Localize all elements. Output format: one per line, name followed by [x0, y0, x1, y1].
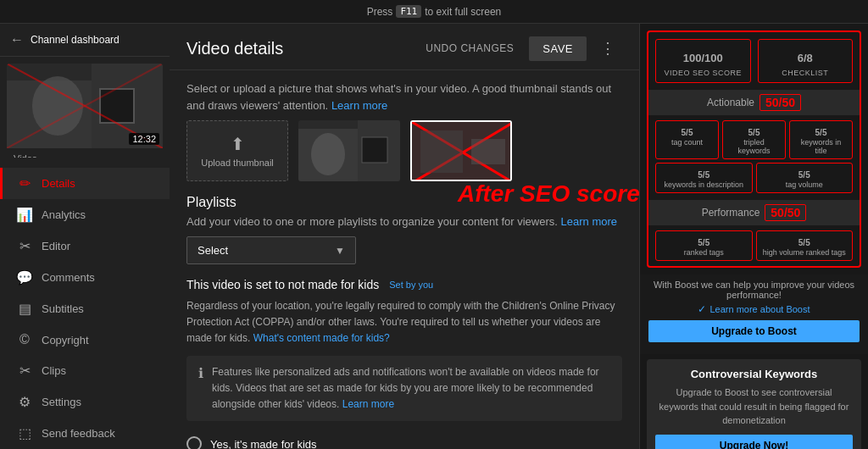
boost-learn-text[interactable]: Learn more about Boost: [709, 304, 810, 314]
svg-rect-11: [362, 137, 387, 163]
radio-yes[interactable]: Yes, it's made for kids: [186, 431, 622, 449]
perf-score-high-volume: 5/5 high volume ranked tags: [756, 230, 854, 261]
nav-settings-label: Settings: [42, 396, 81, 408]
save-button[interactable]: SAVE: [529, 36, 587, 61]
controversial-title: Controversial Keywords: [655, 368, 853, 380]
sidebar-item-details[interactable]: ✏ Details: [0, 168, 170, 199]
sub-score-tag-count: 5/5 tag count: [655, 120, 719, 159]
sub-scores-grid: 5/5 tag count 5/5 tripled keywords 5/5 k…: [648, 115, 860, 159]
boost-promo-text: With Boost we can help you improve your …: [648, 280, 860, 300]
sub-score-tripled: 5/5 tripled keywords: [722, 120, 786, 159]
sidebar-item-clips[interactable]: ✂ Clips: [0, 355, 170, 386]
boost-learn-more[interactable]: ✓ Learn more about Boost: [648, 303, 860, 315]
page-title: Video details: [186, 39, 283, 58]
back-button[interactable]: ←: [10, 32, 24, 47]
audience-learn-more[interactable]: Learn more: [342, 398, 394, 410]
content-header: Video details UNDO CHANGES SAVE ⋮: [170, 24, 639, 70]
nav-feedback-label: Send feedback: [42, 427, 115, 440]
seo-scores-row: 100/100 VIDEO SEO SCORE 6/8 CHECKLIST: [648, 32, 860, 90]
playlist-select[interactable]: Select ▼: [186, 236, 356, 264]
svg-point-9: [311, 133, 345, 175]
upgrade-boost-button[interactable]: Upgrade to Boost: [648, 320, 860, 342]
seo-score-label: VIDEO SEO SCORE: [663, 69, 743, 77]
sidebar-nav: ✏ Details 📊 Analytics ✂ Editor 💬 Comment…: [0, 164, 170, 449]
kids-content-link[interactable]: What's content made for kids?: [253, 332, 390, 344]
more-button[interactable]: ⋮: [593, 36, 622, 61]
perf-scores-row: 5/5 ranked tags 5/5 high volume ranked t…: [648, 225, 860, 266]
sub-score-tag-volume: 5/5 tag volume: [756, 163, 854, 193]
checklist-value: 6/8: [765, 45, 846, 67]
editor-icon: ✂: [16, 238, 33, 254]
sidebar-item-feedback[interactable]: ⬚ Send feedback: [0, 418, 170, 449]
nav-analytics-label: Analytics: [42, 208, 86, 221]
controversial-box: Controversial Keywords Upgrade to Boost …: [647, 359, 861, 449]
video-seo-score: 100/100 VIDEO SEO SCORE: [655, 39, 751, 83]
nav-comments-label: Comments: [42, 271, 95, 284]
header-actions: UNDO CHANGES SAVE ⋮: [417, 36, 622, 61]
fullscreen-notice: Press F11 to exit full screen: [0, 0, 868, 24]
subtitles-icon: ▤: [16, 301, 33, 317]
info-icon: ℹ: [198, 365, 203, 381]
thumbnail-preview-2[interactable]: [410, 120, 512, 181]
thumbnail-preview-1[interactable]: [298, 120, 400, 181]
check-icon: ✓: [698, 303, 706, 315]
playlists-section: Playlists Add your video to one or more …: [186, 195, 622, 264]
playlists-learn-more[interactable]: Learn more: [561, 215, 617, 228]
thumbnail-learn-more[interactable]: Learn more: [331, 99, 387, 112]
video-thumbnail: 12:32: [7, 64, 163, 148]
video-duration: 12:32: [129, 133, 159, 145]
nav-details-label: Details: [42, 177, 75, 190]
nav-editor-label: Editor: [42, 240, 70, 252]
sidebar-item-analytics[interactable]: 📊 Analytics: [0, 199, 170, 230]
sidebar-item-subtitles[interactable]: ▤ Subtitles: [0, 293, 170, 324]
upload-thumbnail-btn[interactable]: ⬆ Upload thumbnail: [186, 120, 288, 181]
analytics-icon: 📊: [16, 207, 33, 223]
sidebar-item-settings[interactable]: ⚙ Settings: [0, 386, 170, 418]
video-type-label: Video: [14, 153, 156, 158]
actionable-row: Actionable 50/50: [648, 90, 860, 115]
upgrade-now-button[interactable]: Upgrade Now!: [655, 435, 853, 450]
channel-dashboard-title: Channel dashboard: [31, 34, 120, 46]
info-text: Features like personalized ads and notif…: [212, 364, 610, 413]
playlists-title: Playlists: [186, 195, 622, 210]
audience-header: This video is set to not made for kids S…: [186, 278, 622, 291]
playlist-select-text: Select: [198, 244, 228, 257]
performance-label: Performance: [702, 207, 760, 219]
video-preview[interactable]: 12:32 Video Unboxing The GoldiBox Electr…: [7, 64, 163, 158]
perf-score-ranked: 5/5 ranked tags: [655, 230, 753, 261]
set-by-badge[interactable]: Set by you: [389, 280, 433, 290]
audience-desc: Regardless of your location, you're lega…: [186, 298, 622, 347]
sub-scores-row2: 5/5 keywords in description 5/5 tag volu…: [648, 159, 860, 197]
performance-row: Performance 50/50: [648, 200, 860, 225]
comments-icon: 💬: [16, 269, 33, 285]
thumbnails-row: ⬆ Upload thumbnail: [186, 120, 622, 181]
svg-point-2: [32, 76, 83, 136]
sidebar-item-comments[interactable]: 💬 Comments: [0, 262, 170, 293]
audience-info-box: ℹ Features like personalized ads and not…: [186, 356, 622, 422]
sidebar-item-copyright[interactable]: © Copyright: [0, 324, 170, 355]
audience-section: This video is set to not made for kids S…: [186, 278, 622, 449]
radio-yes-outer: [186, 436, 202, 449]
undo-button[interactable]: UNDO CHANGES: [417, 37, 522, 59]
sub-score-keywords-desc: 5/5 keywords in description: [655, 163, 753, 193]
seo-score-box: 100/100 VIDEO SEO SCORE 6/8 CHECKLIST Ac…: [647, 30, 861, 268]
audience-title: This video is set to not made for kids: [186, 278, 379, 291]
video-info: Video Unboxing The GoldiBox Electric Bac…: [7, 148, 163, 158]
upload-icon: ⬆: [231, 134, 245, 154]
playlist-dropdown-icon: ▼: [335, 245, 345, 257]
controversial-desc: Upgrade to Boost to see controversial ke…: [655, 385, 853, 428]
copyright-icon: ©: [16, 332, 33, 347]
sidebar-item-editor[interactable]: ✂ Editor: [0, 230, 170, 262]
performance-score: 50/50: [765, 204, 806, 221]
seo-score-value: 100/100: [663, 45, 743, 67]
sub-score-keywords-title: 5/5 keywords in title: [789, 120, 853, 159]
upload-label: Upload thumbnail: [201, 158, 274, 168]
sidebar: ← Channel dashboard 12:32: [0, 24, 170, 449]
checklist-score: 6/8 CHECKLIST: [758, 39, 854, 83]
svg-rect-15: [420, 130, 463, 173]
actionable-label: Actionable: [707, 97, 754, 108]
f11-key: F11: [396, 5, 421, 18]
radio-yes-label: Yes, it's made for kids: [210, 438, 317, 449]
right-panel: 100/100 VIDEO SEO SCORE 6/8 CHECKLIST Ac…: [639, 24, 868, 449]
nav-copyright-label: Copyright: [42, 334, 89, 346]
